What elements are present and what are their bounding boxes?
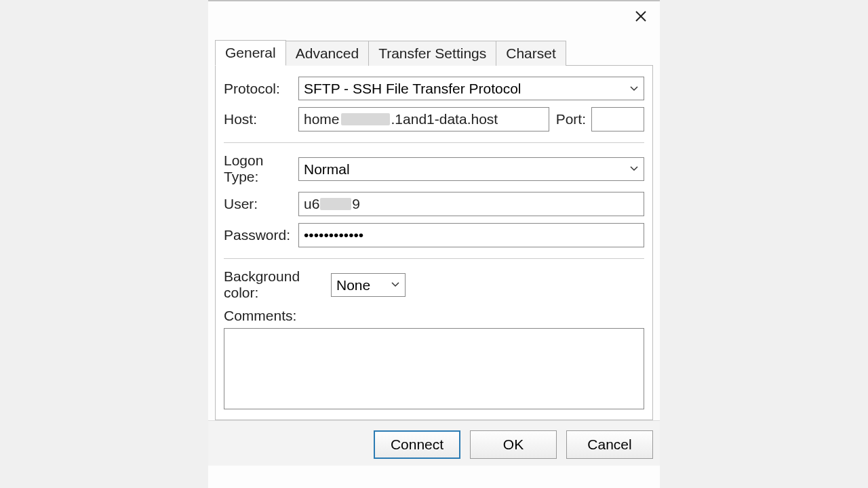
tab-charset[interactable]: Charset	[496, 41, 566, 66]
user-label: User:	[224, 196, 298, 212]
password-label: Password:	[224, 227, 298, 243]
port-label: Port:	[556, 111, 586, 127]
user-value-prefix: u6	[304, 196, 319, 212]
tab-transfer-settings[interactable]: Transfer Settings	[368, 41, 496, 66]
host-label: Host:	[224, 111, 298, 127]
logon-type-label: Logon Type:	[224, 152, 298, 185]
background-color-select[interactable]: None	[331, 273, 406, 297]
user-input[interactable]: u6 9	[298, 192, 644, 216]
host-value-suffix: .1and1-data.host	[391, 111, 498, 127]
user-redacted	[320, 198, 351, 210]
password-input[interactable]	[298, 223, 644, 247]
protocol-label: Protocol:	[224, 81, 298, 97]
user-value-suffix: 9	[352, 196, 360, 212]
tab-advanced[interactable]: Advanced	[285, 41, 369, 66]
connect-button[interactable]: Connect	[374, 430, 460, 459]
close-button[interactable]	[631, 7, 650, 26]
divider	[224, 142, 644, 143]
port-input[interactable]	[591, 107, 644, 131]
protocol-select[interactable]: SFTP - SSH File Transfer Protocol	[298, 77, 644, 100]
divider	[224, 258, 644, 259]
ok-button[interactable]: OK	[470, 430, 557, 459]
tab-bar: General Advanced Transfer Settings Chars…	[215, 39, 660, 65]
general-panel: Protocol: SFTP - SSH File Transfer Proto…	[215, 65, 653, 420]
cancel-button[interactable]: Cancel	[566, 430, 653, 459]
host-value-prefix: home	[304, 111, 340, 127]
host-input[interactable]: home .1and1-data.host	[298, 107, 549, 131]
button-bar: Connect OK Cancel	[208, 420, 660, 466]
host-redacted	[341, 113, 390, 125]
tab-general[interactable]: General	[215, 40, 286, 66]
close-icon	[635, 10, 647, 22]
site-manager-dialog: General Advanced Transfer Settings Chars…	[208, 0, 660, 488]
background-color-label: Background color:	[224, 268, 331, 301]
comments-label: Comments:	[224, 308, 644, 324]
logon-type-select[interactable]: Normal	[298, 157, 644, 181]
comments-textarea[interactable]	[224, 328, 644, 409]
